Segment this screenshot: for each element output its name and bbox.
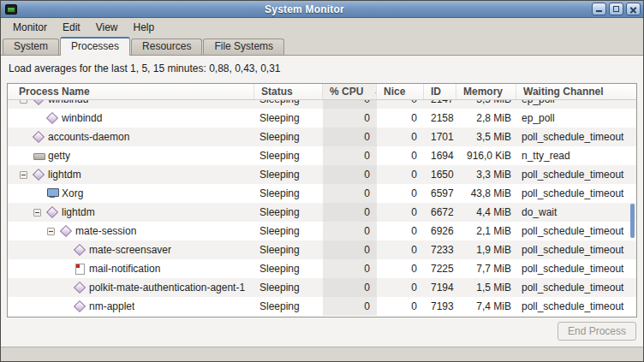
waiting-channel-cell: poll_schedule_timeout <box>516 278 636 297</box>
cpu-cell: 0 <box>323 203 377 222</box>
monitor-icon <box>47 188 57 199</box>
memory-cell: 2,1 MiB <box>456 222 516 240</box>
status-cell: Sleeping <box>254 100 323 109</box>
menu-view[interactable]: View <box>89 20 125 35</box>
cpu-cell: 0 <box>323 109 377 128</box>
process-name-label: lightdm <box>62 203 95 222</box>
memory-cell: 7,4 MiB <box>456 297 516 316</box>
tab-system[interactable]: System <box>3 39 59 55</box>
column-header-id[interactable]: ID <box>424 84 456 99</box>
column-header-nice[interactable]: Nice <box>377 84 424 99</box>
column-header-status[interactable]: Status <box>254 84 323 99</box>
app-icon <box>5 4 17 15</box>
tab-file-systems[interactable]: File Systems <box>203 39 284 55</box>
status-cell: Sleeping <box>254 278 323 297</box>
column-header-memory[interactable]: Memory <box>456 84 516 99</box>
memory-cell: 3,5 MiB <box>456 100 516 109</box>
titlebar[interactable]: System Monitor <box>1 1 643 18</box>
statusbar <box>1 347 643 361</box>
waiting-channel-cell: n_tty_read <box>516 146 636 165</box>
process-name-label: winbindd <box>48 100 88 109</box>
process-name-cell: mail-notification <box>8 259 254 278</box>
expander-slot <box>33 209 47 217</box>
vertical-scrollbar-thumb[interactable] <box>630 204 635 238</box>
status-cell: Sleeping <box>254 165 323 184</box>
memory-cell: 4,4 MiB <box>456 203 516 222</box>
table-header: Process Name Status % CPU Nice ID Memory… <box>8 84 636 100</box>
process-name-cell: mate-session <box>8 222 254 240</box>
table-row[interactable]: lightdm Sleeping 0 0 1650 3,3 MiB poll_s… <box>8 165 636 184</box>
id-cell: 6672 <box>424 203 456 222</box>
waiting-channel-cell: poll_schedule_timeout <box>516 259 636 278</box>
end-process-button[interactable]: End Process <box>558 322 636 341</box>
close-button[interactable] <box>626 3 641 15</box>
column-header-process-name[interactable]: Process Name <box>8 84 254 99</box>
table-row[interactable]: mate-session Sleeping 0 0 6926 2,1 MiB p… <box>8 222 636 240</box>
nice-cell: 0 <box>377 184 424 203</box>
table-row[interactable]: mate-screensaver Sleeping 0 0 7233 1,9 M… <box>8 240 636 259</box>
process-name-label: Xorg <box>62 184 83 203</box>
cpu-cell: 0 <box>323 128 377 146</box>
diamond-icon <box>47 207 57 217</box>
process-name-label: polkit-mate-authentication-agent-1 <box>89 278 245 297</box>
tree-collapse-expander-icon[interactable] <box>20 171 27 179</box>
table-row[interactable]: nm-applet Sleeping 0 0 7193 7,4 MiB poll… <box>8 297 636 316</box>
process-name-cell: Xorg <box>8 184 254 203</box>
id-cell: 7233 <box>424 240 456 259</box>
nice-cell: 0 <box>377 146 424 165</box>
process-name-cell: getty <box>8 146 254 165</box>
minimize-button[interactable] <box>592 3 606 15</box>
cpu-cell: 0 <box>323 146 377 165</box>
diamond-icon <box>33 100 44 104</box>
cpu-cell: 0 <box>323 240 377 259</box>
status-cell: Sleeping <box>254 297 323 316</box>
process-name-label: lightdm <box>48 165 81 184</box>
menu-monitor[interactable]: Monitor <box>6 20 54 35</box>
tree-collapse-expander-icon[interactable] <box>33 209 41 217</box>
tree-collapse-expander-icon[interactable] <box>47 228 55 235</box>
status-cell: Sleeping <box>254 203 323 222</box>
tab-bar: System Processes Resources File Systems <box>1 36 643 55</box>
process-name-cell: winbindd <box>8 109 254 128</box>
column-header-cpu[interactable]: % CPU <box>323 84 377 99</box>
diamond-icon <box>75 282 85 293</box>
table-row[interactable]: mail-notification Sleeping 0 0 7225 7,7 … <box>8 259 636 278</box>
diamond-icon <box>33 132 44 142</box>
process-name-label: nm-applet <box>89 297 134 316</box>
maximize-button[interactable] <box>609 3 623 15</box>
table-row[interactable]: lightdm Sleeping 0 0 6672 4,4 MiB do_wai… <box>8 203 636 222</box>
nice-cell: 0 <box>377 278 424 297</box>
table-row[interactable]: winbindd Sleeping 0 0 2158 2,8 MiB ep_po… <box>8 109 636 128</box>
column-header-waiting-channel[interactable]: Waiting Channel <box>516 84 636 99</box>
process-name-cell: lightdm <box>8 203 254 222</box>
processes-page: Load averages for the last 1, 5, 15 minu… <box>1 55 643 347</box>
status-cell: Sleeping <box>254 128 323 146</box>
table-row[interactable]: polkit-mate-authentication-agent-1 Sleep… <box>8 278 636 297</box>
cpu-cell: 0 <box>323 278 377 297</box>
process-name-cell: mate-screensaver <box>8 240 254 259</box>
waiting-channel-cell: poll_schedule_timeout <box>516 222 636 240</box>
menu-help[interactable]: Help <box>127 20 162 35</box>
id-cell: 7194 <box>424 278 456 297</box>
tab-resources[interactable]: Resources <box>131 39 202 55</box>
table-row[interactable]: accounts-daemon Sleeping 0 0 1701 3,5 Mi… <box>8 128 636 146</box>
process-name-label: mail-notification <box>89 259 160 278</box>
menu-edit[interactable]: Edit <box>56 20 87 35</box>
table-row[interactable]: getty Sleeping 0 0 1694 916,0 KiB n_tty_… <box>8 146 636 165</box>
process-name-label: mate-screensaver <box>89 240 171 259</box>
id-cell: 2158 <box>424 109 456 128</box>
cpu-cell: 0 <box>323 165 377 184</box>
process-name-cell: polkit-mate-authentication-agent-1 <box>8 278 254 297</box>
tree-collapse-expander-icon[interactable] <box>20 100 27 104</box>
tab-processes[interactable]: Processes <box>60 37 130 56</box>
cpu-cell: 0 <box>323 100 377 109</box>
system-monitor-window: System Monitor Monitor Edit View Help Sy… <box>0 0 644 362</box>
waiting-channel-cell: poll_schedule_timeout <box>516 240 636 259</box>
waiting-channel-cell: poll_schedule_timeout <box>516 128 636 146</box>
table-row[interactable]: Xorg Sleeping 0 0 6597 43,8 MiB poll_sch… <box>8 184 636 203</box>
table-row[interactable]: winbindd Sleeping 0 0 2147 3,5 MiB ep_po… <box>8 100 636 109</box>
nice-cell: 0 <box>377 100 424 109</box>
id-cell: 7193 <box>424 297 456 316</box>
status-cell: Sleeping <box>254 184 323 203</box>
status-cell: Sleeping <box>254 109 323 128</box>
